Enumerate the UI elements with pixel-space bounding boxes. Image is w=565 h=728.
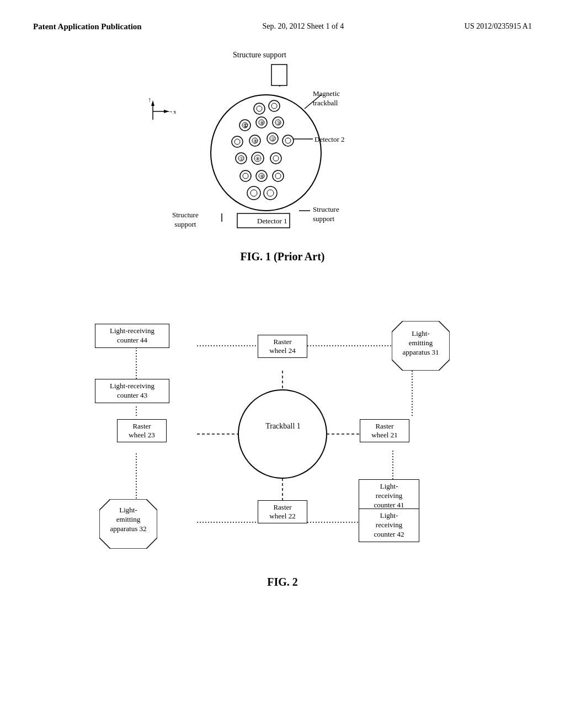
structure-support-top-label: Structure support: [233, 51, 286, 60]
light-receiving-41-box: Light-receivingcounter 41: [359, 479, 419, 513]
light-emitting-31-box: Light-emittingapparatus 31: [392, 321, 450, 366]
structure-support-bl-label: Structuresupport: [172, 211, 199, 229]
structure-support-br-label: Structuresupport: [313, 205, 339, 224]
raster-wheel-23-box: Rasterwheel 23: [117, 419, 167, 442]
svg-text:⑧: ⑧: [253, 138, 258, 144]
page: Patent Application Publication Sep. 20, …: [0, 0, 565, 728]
page-header: Patent Application Publication Sep. 20, …: [33, 22, 532, 31]
light-emitting-32-box: Light-emittingapparatus 32: [99, 499, 157, 540]
svg-point-10: [257, 106, 262, 111]
header-center: Sep. 20, 2012 Sheet 1 of 4: [262, 22, 344, 31]
header-left: Patent Application Publication: [33, 22, 142, 31]
svg-text:⑧: ⑧: [260, 174, 264, 179]
svg-point-41: [243, 173, 248, 179]
svg-text:①: ①: [271, 136, 275, 142]
raster-wheel-21-box: Rasterwheel 21: [360, 419, 409, 442]
light-receiving-44-box: Light-receivingcounter 44: [95, 324, 169, 348]
svg-text:①: ①: [243, 123, 248, 129]
svg-point-57: [238, 390, 327, 478]
trackball-label: Trackball 1: [253, 422, 313, 431]
fig1-caption: FIG. 1 (Prior Art): [241, 250, 325, 263]
svg-rect-51: [271, 65, 287, 85]
svg-text:③: ③: [276, 120, 281, 126]
fig1-diagram: ↑ →x ①: [117, 48, 448, 245]
svg-point-46: [275, 173, 281, 179]
svg-point-48: [250, 190, 257, 196]
raster-wheel-24-box: Rasterwheel 24: [258, 335, 307, 358]
svg-point-39: [273, 156, 279, 161]
detector2-label: Detector 2: [315, 135, 345, 144]
magnetic-trackball-label: Magnetictrackball: [313, 89, 340, 108]
light-receiving-43-box: Light-receivingcounter 43: [95, 379, 169, 403]
raster-wheel-22-box: Rasterwheel 22: [258, 500, 307, 523]
svg-text:Detector 1: Detector 1: [257, 217, 287, 225]
svg-marker-1: [151, 100, 154, 106]
svg-point-31: [285, 138, 291, 143]
svg-text:⑧: ⑧: [260, 120, 264, 126]
svg-text:⑧: ⑧: [255, 156, 260, 162]
fig2-diagram: Trackball 1 Rasterwheel 24 Rasterwheel 2…: [89, 285, 476, 570]
fig2-container: Trackball 1 Rasterwheel 24 Rasterwheel 2…: [33, 285, 532, 605]
header-right: US 2012/0235915 A1: [465, 22, 532, 31]
svg-point-12: [271, 103, 277, 109]
fig1-svg: ↑ →x ①: [117, 48, 448, 247]
svg-point-50: [267, 190, 274, 196]
light-receiving-42-box: Light-receivingcounter 42: [359, 508, 419, 542]
fig1-container: ↑ →x ①: [33, 48, 532, 280]
svg-text:↑: ↑: [148, 96, 151, 104]
svg-text:①: ①: [239, 156, 244, 162]
svg-text:→x: →x: [167, 108, 177, 115]
fig2-caption: FIG. 2: [267, 576, 298, 588]
svg-point-23: [234, 139, 240, 144]
